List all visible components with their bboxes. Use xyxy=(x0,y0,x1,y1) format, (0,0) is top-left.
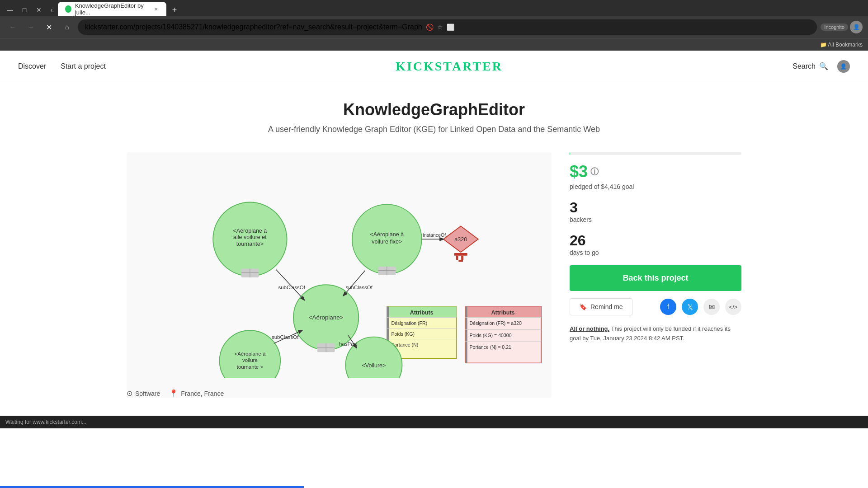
nav-start-project[interactable]: Start a project xyxy=(61,62,106,70)
svg-text:aile voilure et: aile voilure et xyxy=(233,234,267,240)
days-stat: 26 days to go xyxy=(570,232,741,256)
website: Discover Start a project KICKSTARTER Sea… xyxy=(0,51,868,416)
tab-bar: — □ ✕ ‹ KnowledgeGraphEditor by julie...… xyxy=(0,0,868,16)
tab-title: KnowledgeGraphEditor by julie... xyxy=(75,2,149,16)
pledge-value: $3 xyxy=(570,162,588,181)
site-navigation: Discover Start a project KICKSTARTER Sea… xyxy=(0,51,868,82)
close-button[interactable]: ✕ xyxy=(33,4,45,16)
svg-text:subClassOf: subClassOf xyxy=(272,334,299,340)
category-tag[interactable]: ⊙ Software xyxy=(127,389,160,398)
back-tab-button[interactable]: ‹ xyxy=(45,4,58,16)
camera-off-icon: 🚫 xyxy=(426,23,434,31)
bookmarks-label: 📁 All Bookmarks xyxy=(820,42,863,48)
url-icons: 🚫 ☆ ⬜ xyxy=(426,23,454,31)
backers-number: 3 xyxy=(570,199,741,216)
reload-button[interactable]: ✕ xyxy=(42,20,56,34)
category-label: Software xyxy=(135,390,160,397)
days-label: days to go xyxy=(570,249,741,256)
svg-text:Poids (KG) = 40300: Poids (KG) = 40300 xyxy=(469,333,511,338)
forward-navigation-button[interactable]: → xyxy=(24,20,38,34)
minimize-button[interactable]: — xyxy=(4,4,16,16)
active-tab[interactable]: KnowledgeGraphEditor by julie... ✕ xyxy=(58,2,166,16)
pledge-label: pledged of $4,416 goal xyxy=(570,183,741,190)
remind-me-button[interactable]: 🔖 Remind me xyxy=(570,298,632,315)
svg-rect-22 xyxy=(456,256,458,260)
nav-discover[interactable]: Discover xyxy=(18,62,46,70)
status-text: Waiting for www.kickstarter.com... xyxy=(5,419,86,425)
browser-chrome: — □ ✕ ‹ KnowledgeGraphEditor by julie...… xyxy=(0,0,868,51)
pledge-info-icon[interactable]: ⓘ xyxy=(590,166,599,177)
search-label: Search xyxy=(793,62,816,70)
star-icon[interactable]: ☆ xyxy=(437,23,443,31)
location-label: France, France xyxy=(181,390,224,397)
main-content: KnowledgeGraphEditor A user-friendly Kno… xyxy=(118,82,750,416)
project-tags: ⊙ Software 📍 France, France xyxy=(127,389,552,398)
home-button[interactable]: ⌂ xyxy=(60,20,74,34)
new-tab-button[interactable]: + xyxy=(168,4,181,16)
bookmark-icon: 🔖 xyxy=(579,303,587,310)
back-project-button[interactable]: Back this project xyxy=(570,265,741,291)
progress-track xyxy=(570,152,741,155)
svg-text:<Aéroplane à: <Aéroplane à xyxy=(233,228,267,234)
svg-text:subClassOf: subClassOf xyxy=(278,285,305,290)
project-layout: <Aéroplane à aile voilure et tournante> … xyxy=(127,152,741,398)
knowledge-graph-diagram: <Aéroplane à aile voilure et tournante> … xyxy=(127,152,552,378)
project-sidebar: $3 ⓘ pledged of $4,416 goal 3 backers 26… xyxy=(570,152,741,398)
category-icon: ⊙ xyxy=(127,389,132,398)
url-bar[interactable]: kickstarter.com/projects/1940385271/know… xyxy=(78,19,817,35)
browser-window-controls[interactable]: — □ ✕ xyxy=(4,4,45,16)
tab-favicon xyxy=(65,5,71,13)
facebook-share-button[interactable]: f xyxy=(660,299,676,315)
all-or-nothing-section: All or nothing. This project will only b… xyxy=(570,324,741,343)
email-share-button[interactable]: ✉ xyxy=(703,299,720,315)
search-button[interactable]: Search 🔍 xyxy=(793,62,828,70)
svg-text:Poids (KG): Poids (KG) xyxy=(391,331,415,337)
location-icon: 📍 xyxy=(169,389,178,398)
tab-close-button[interactable]: ✕ xyxy=(153,5,159,13)
browser-toolbar: ← → ✕ ⌂ kickstarter.com/projects/1940385… xyxy=(0,16,868,38)
svg-rect-37 xyxy=(465,306,467,363)
nav-right: Search 🔍 👤 xyxy=(793,60,850,73)
svg-text:Attributs: Attributs xyxy=(491,310,514,316)
svg-text:Attributs: Attributs xyxy=(410,310,434,316)
maximize-button[interactable]: □ xyxy=(18,4,31,16)
url-text: kickstarter.com/projects/1940385271/know… xyxy=(85,23,422,31)
tablet-icon[interactable]: ⬜ xyxy=(447,23,454,31)
action-row: 🔖 Remind me f 𝕏 ✉ </> xyxy=(570,298,741,315)
svg-text:voilure: voilure xyxy=(242,357,258,363)
incognito-badge: Incognito xyxy=(821,23,848,31)
svg-text:voilure fixe>: voilure fixe> xyxy=(372,239,402,245)
progress-bar-fill xyxy=(0,486,304,488)
svg-text:<Aéroplane à: <Aéroplane à xyxy=(370,231,404,238)
svg-text:instanceOf: instanceOf xyxy=(423,232,446,238)
all-or-nothing-link[interactable]: All or nothing. xyxy=(570,325,609,332)
profile-avatar[interactable]: 👤 xyxy=(850,21,863,33)
site-logo[interactable]: KICKSTARTER xyxy=(396,59,503,74)
back-navigation-button[interactable]: ← xyxy=(5,20,20,34)
share-icons: f 𝕏 ✉ </> xyxy=(660,299,741,315)
svg-text:Portance (N) = 0.21: Portance (N) = 0.21 xyxy=(469,344,511,350)
svg-rect-21 xyxy=(454,253,467,256)
embed-share-button[interactable]: </> xyxy=(725,299,741,315)
svg-rect-23 xyxy=(461,256,463,260)
svg-rect-24 xyxy=(458,260,463,262)
project-subtitle: A user-friendly Knowledge Graph Editor (… xyxy=(127,125,741,134)
svg-text:Désignation (FR): Désignation (FR) xyxy=(391,320,427,326)
svg-text:subClassOf: subClassOf xyxy=(345,285,373,290)
bookmarks-bar: 📁 All Bookmarks xyxy=(0,38,868,51)
progress-section: $3 ⓘ pledged of $4,416 goal xyxy=(570,152,741,190)
svg-text:hasPart: hasPart xyxy=(339,341,357,347)
location-tag[interactable]: 📍 France, France xyxy=(169,389,224,398)
backers-label: backers xyxy=(570,216,741,223)
days-number: 26 xyxy=(570,232,741,249)
search-icon: 🔍 xyxy=(819,62,828,70)
browser-right-buttons: Incognito 👤 xyxy=(821,21,863,33)
user-avatar[interactable]: 👤 xyxy=(837,60,850,73)
project-image: <Aéroplane à aile voilure et tournante> … xyxy=(127,152,552,398)
svg-text:<Voilure>: <Voilure> xyxy=(362,362,386,369)
svg-text:tournante>: tournante> xyxy=(236,241,264,247)
browser-status-bar: Waiting for www.kickstarter.com... xyxy=(0,416,868,428)
twitter-share-button[interactable]: 𝕏 xyxy=(682,299,698,315)
svg-text:<Aéroplane à: <Aéroplane à xyxy=(234,351,265,357)
nav-left: Discover Start a project xyxy=(18,62,106,70)
